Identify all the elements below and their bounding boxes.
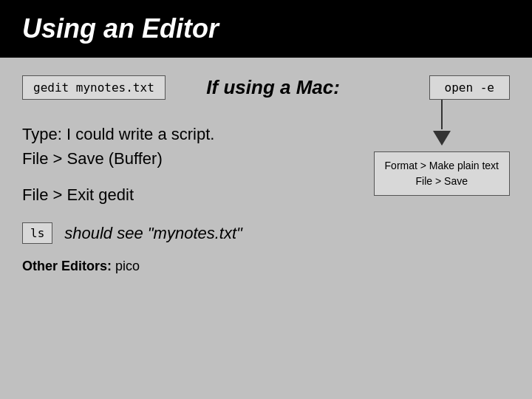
format-line1: Format > Make plain text: [385, 158, 499, 174]
main-line2: File > Save (Buffer): [22, 146, 340, 171]
open-e-box: open -e: [429, 75, 510, 100]
mac-label: If using a Mac:: [188, 76, 359, 99]
arrow-down-icon: [433, 131, 451, 146]
file-exit-text: File > Exit gedit: [22, 185, 134, 205]
slide-title: Using an Editor: [22, 13, 219, 44]
should-see-text: should see "mynotes.txt": [64, 224, 242, 243]
main-line1: Type: I could write a script.: [22, 122, 340, 146]
format-box: Format > Make plain text File > Save: [374, 151, 510, 196]
arrow-line: [441, 100, 443, 129]
main-content: Type: I could write a script. File > Sav…: [22, 122, 340, 171]
title-bar: Using an Editor: [0, 0, 532, 58]
ls-row: ls should see "mynotes.txt": [22, 222, 359, 244]
content-area: gedit mynotes.txt If using a Mac: Type: …: [0, 75, 532, 274]
gedit-box: gedit mynotes.txt: [22, 75, 166, 100]
left-content: gedit mynotes.txt If using a Mac: Type: …: [22, 75, 359, 274]
top-row-wrapper: gedit mynotes.txt If using a Mac: Type: …: [22, 75, 510, 274]
file-exit-row: File > Exit gedit: [22, 185, 359, 205]
other-editors-value: pico: [112, 259, 140, 273]
format-line2: File > Save: [385, 174, 499, 189]
right-column: open -e Format > Make plain text File > …: [374, 75, 510, 196]
other-editors-label: Other Editors:: [22, 259, 112, 273]
slide: Using an Editor gedit mynotes.txt If usi…: [0, 0, 532, 399]
other-editors: Other Editors: pico: [22, 259, 359, 274]
ls-box: ls: [22, 222, 52, 244]
